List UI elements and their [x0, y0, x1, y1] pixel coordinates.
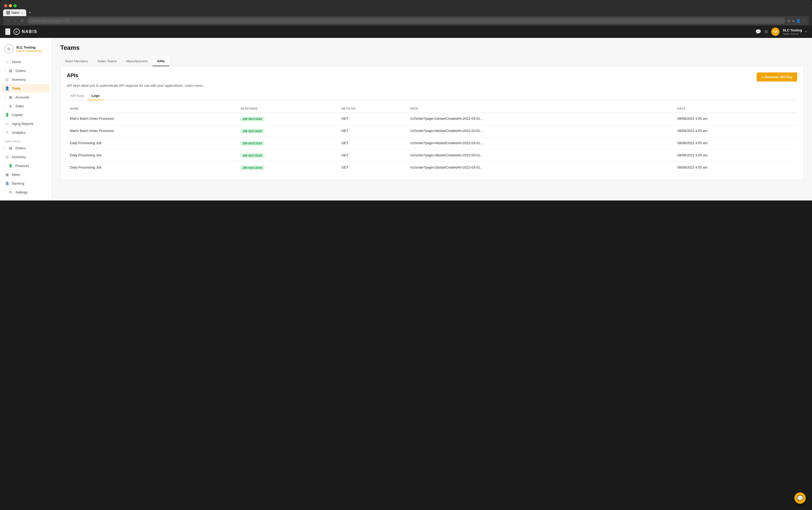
table-row: Matt's Batch Order Processor 200 SUCCESS…: [67, 125, 797, 138]
cell-response: 200 SUCCESS: [237, 113, 338, 125]
generate-api-key-button[interactable]: + Generate API Key: [757, 72, 797, 82]
app-logo: ⊙ NABIS: [13, 29, 37, 35]
sidebar-item-banking[interactable]: 🏦 Banking: [2, 179, 50, 187]
org-avatar: ⊙: [4, 44, 13, 54]
sidebar-item-label: Accounts: [15, 95, 29, 99]
sidebar-item-orders[interactable]: › ▦ Orders: [2, 66, 50, 75]
sidebar-item-label: Orders: [15, 146, 26, 150]
api-panel-title: APIs: [67, 72, 78, 79]
table-row: Daily Processing Job 200 SUCCESS GET /v2…: [67, 150, 797, 162]
sidebar-item-accounts[interactable]: › ▣ Accounts: [2, 93, 50, 101]
cell-response: 200 SUCCESS: [237, 162, 338, 174]
sidebar-item-label: Team: [12, 87, 21, 90]
metrc-icon: ▣: [5, 173, 9, 177]
inventory-admin-icon: ◎: [5, 155, 9, 159]
col-header-date: DATE: [674, 104, 797, 113]
user-avatar: NA: [771, 28, 780, 36]
api-description: API keys allow you to authenticate API r…: [67, 84, 797, 88]
notifications-button[interactable]: 💬: [755, 29, 761, 34]
new-tab-button[interactable]: +: [27, 9, 33, 16]
cell-name: Daily Processing Job: [67, 162, 237, 174]
sidebar-item-metrc[interactable]: ▣ Metrc: [2, 170, 50, 179]
sidebar-item-finances[interactable]: › 💲 Finances: [2, 161, 50, 170]
sidebar-item-inventory[interactable]: ◎ Inventory: [2, 75, 50, 84]
forward-button[interactable]: ›: [13, 18, 17, 23]
learn-more-link[interactable]: ›: [203, 84, 204, 88]
sidebar-item-label: Sales: [15, 104, 24, 108]
cell-response: 200 SUCCESS: [237, 150, 338, 162]
expand-icon: ›: [5, 104, 5, 108]
admin-section-label: Nabis Admin: [0, 137, 52, 144]
api-panel: APIs + Generate API Key API keys allow y…: [60, 66, 804, 180]
orders-icon: ▦: [8, 68, 13, 73]
expand-icon: ›: [5, 191, 5, 194]
api-logs-table: NAME RESPONSE METH OD PATH DATE Matt's B…: [67, 104, 797, 174]
sidebar-item-label: Aging Reports: [12, 122, 33, 126]
user-name: SLC Testing: [783, 28, 802, 32]
tab-apis[interactable]: APIs: [152, 57, 169, 66]
reload-button[interactable]: ↺: [19, 18, 25, 23]
sidebar-item-capital[interactable]: 💲 Capital: [2, 111, 50, 119]
cell-method: GET: [338, 113, 407, 125]
sidebar-item-label: Analytics: [12, 130, 25, 134]
expand-icon: ›: [5, 69, 5, 72]
traffic-lights: [3, 2, 17, 9]
extensions-button[interactable]: ⊞: [787, 19, 790, 23]
sidebar-item-analytics[interactable]: ↗ Analytics: [2, 128, 50, 137]
topbar-right: 💬 ⊕ NA SLC Testing Nabis Admin ▾: [755, 28, 807, 36]
cell-response: 200 SUCCESS: [237, 138, 338, 150]
sidebar-item-home[interactable]: ⌂ Home: [2, 58, 50, 66]
sub-tab-logs[interactable]: Logs: [88, 92, 103, 100]
active-tab[interactable]: Nabis ✕: [3, 9, 26, 16]
tab-bar: Nabis ✕ +: [3, 9, 809, 16]
back-button[interactable]: ‹: [6, 18, 11, 23]
split-view-button[interactable]: ⧉: [792, 19, 794, 23]
org-info: SLC Testing Switch organizations: [16, 46, 42, 53]
logo-text: NABIS: [22, 29, 37, 34]
inventory-icon: ◎: [5, 78, 9, 82]
sidebar-item-sales[interactable]: › ◈ Sales: [2, 102, 50, 110]
sidebar-item-settings[interactable]: › ⚙ Settings: [2, 188, 50, 196]
url-input[interactable]: [27, 18, 785, 24]
sidebar-item-label: Banking: [12, 181, 24, 185]
cell-date: 08/08/2022 4:05 am: [674, 150, 797, 162]
maximize-traffic-light[interactable]: [13, 4, 17, 7]
tab-manufacturers[interactable]: Manufacturers: [122, 57, 152, 66]
cell-path: /v2/order?page=0&startCreatedAt=2022-03-…: [407, 125, 674, 138]
sidebar-item-label: Inventory: [12, 155, 26, 159]
analytics-icon: ↗: [5, 130, 9, 134]
col-header-name: NAME: [67, 104, 237, 113]
table-row: Daily Processing Job 200 SUCCESS GET /v2…: [67, 138, 797, 150]
cell-method: GET: [338, 125, 407, 138]
menu-button[interactable]: ⋮: [802, 19, 806, 23]
col-header-path: PATH: [407, 104, 674, 113]
settings-icon: ⚙: [8, 190, 13, 194]
sales-icon: ◈: [8, 104, 13, 108]
sub-tab-api-keys[interactable]: API Keys: [67, 92, 88, 100]
sidebar-item-inventory-admin[interactable]: ◎ Inventory: [2, 153, 50, 161]
org-name: SLC Testing: [16, 46, 42, 49]
table-row: Matt's Batch Order Processor 200 SUCCESS…: [67, 113, 797, 125]
close-traffic-light[interactable]: [4, 4, 7, 7]
profile-button[interactable]: 👤: [796, 19, 801, 23]
sidebar-item-orders-admin[interactable]: › ▦ Orders: [2, 144, 50, 152]
minimize-traffic-light[interactable]: [9, 4, 12, 7]
main-content: ⊙ SLC Testing Switch organizations ⌂ Hom…: [0, 38, 812, 201]
expand-icon: ›: [5, 164, 5, 167]
org-selector[interactable]: ⊙ SLC Testing Switch organizations: [0, 42, 52, 58]
tab-sales-teams[interactable]: Sales Teams: [93, 57, 122, 66]
cell-name: Daily Processing Job: [67, 150, 237, 162]
user-menu-chevron[interactable]: ▾: [805, 30, 807, 33]
cell-path: /v2/order?page=4&startCreatedAt=2022-03-…: [407, 138, 674, 150]
sidebar-item-aging-reports[interactable]: ▭ Aging Reports: [2, 119, 50, 128]
add-button[interactable]: ⊕: [764, 29, 768, 34]
tab-team-members[interactable]: Team Members: [60, 57, 93, 66]
tab-close-button[interactable]: ✕: [21, 11, 23, 14]
admin-nav: › ▦ Orders ◎ Inventory › 💲 Finances ▣ Me…: [0, 144, 52, 196]
cell-method: GET: [338, 138, 407, 150]
switch-org-link[interactable]: Switch organizations: [16, 49, 42, 53]
col-header-method: METH OD: [338, 104, 407, 113]
cell-path: /v2/order?page=2&startCreatedAt=2022-03-…: [407, 162, 674, 174]
sidebar-item-team[interactable]: 👤 Team: [2, 84, 50, 92]
hamburger-menu-button[interactable]: ☰: [5, 28, 10, 35]
